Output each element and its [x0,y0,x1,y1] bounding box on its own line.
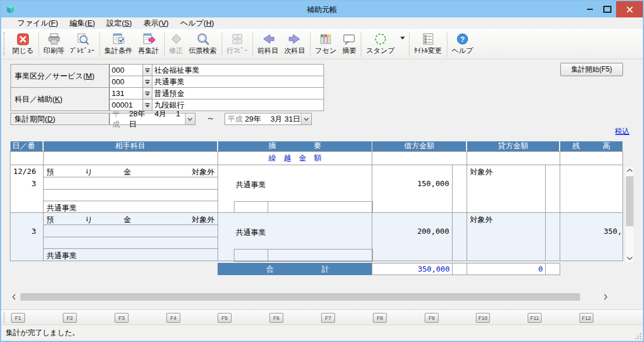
toolbar-print-button[interactable]: 印刷等 [41,31,67,56]
business-code-dropdown[interactable] [143,64,152,76]
code-dropdown-icon [145,103,150,108]
counterpart-business-cell: 共通事業 [43,201,218,213]
toolbar-separator [409,33,410,57]
business-name-field[interactable] [152,64,324,76]
fkey-f3[interactable]: F3 [115,313,129,323]
toolbar-help-button[interactable]: ? ヘルプ [449,31,476,56]
fkey-f7[interactable]: F7 [321,313,335,323]
toolbar-aggregate-conditions-button[interactable]: 集計条件 [102,31,136,56]
status-message: 集計が完了しました。 [6,328,79,338]
fkey-f10[interactable]: F10 [476,313,490,323]
toolbar-preview-button[interactable]: ﾌﾟﾚﾋﾞｭｰ [67,31,98,56]
recalculate-icon [142,31,156,47]
menu-view[interactable]: 表示(V) [138,17,175,29]
toolbar-summary-button[interactable]: 摘要 [339,31,359,56]
toolbar-label: 次科目 [284,47,305,55]
period-from-dropdown[interactable] [185,113,195,124]
toolbar-separator [164,33,165,57]
ledger-row-group[interactable]: 12/26 3 預り金 対象外 共通事業 共通事業 150,000 対 [10,165,623,213]
preview-icon [76,31,90,47]
ledger-row-group[interactable]: 3 預り金 対象外 共通事業 共通事業 200,000 対象外 [10,212,623,261]
resize-grip-icon[interactable] [640,338,641,339]
fkey-f4[interactable]: F4 [166,313,180,323]
carryover-counterpart-cell [43,151,218,165]
account-name-field[interactable] [152,87,324,99]
fkey-f6[interactable]: F6 [269,313,283,323]
toolbar-stamp-button[interactable]: スタンプ [363,31,397,56]
start-aggregation-button[interactable]: 集計開始(F5) [560,63,623,76]
close-button[interactable] [616,1,643,17]
toolbar-title-change-button[interactable]: ﾀｲﾄﾙ変更 [411,31,445,56]
period-separator: ～ [200,113,221,124]
fkey-f9[interactable]: F9 [425,313,439,323]
toolbar-label: 前科目 [258,47,279,55]
service-name-field[interactable] [152,76,324,88]
business-code-input[interactable] [109,64,143,76]
period-to-field[interactable]: 平成 29年 3月 31日 [225,113,312,125]
period-from-field[interactable]: 平成 28年 4月 1日 [109,113,195,125]
account-code-dropdown[interactable] [143,87,152,99]
app-window: 補助元帳 ファイル(F) 編集(E) 設定(S) 表示(V) ヘルプ(H) 閉じ… [0,0,644,342]
fkey-f1[interactable]: F1 [11,313,25,323]
horizontal-scrollbar[interactable] [9,292,610,302]
minimize-button[interactable] [581,1,599,17]
date-cell: 12/26 3 [10,165,44,213]
counterpart-subrow [43,237,218,249]
fkey-bar-grip[interactable] [3,312,6,323]
summary-cell: 共通事業 [218,212,372,261]
slip-search-icon [196,31,210,47]
fkey-f11[interactable]: F11 [528,313,542,323]
fkey-f12[interactable]: F12 [579,313,593,323]
toolbar-grip[interactable] [3,32,7,55]
fkey-f8[interactable]: F8 [373,313,387,323]
toolbar-label: フセン [315,47,337,55]
horizontal-scroll-thumb[interactable] [20,293,580,301]
toolbar-label: 行ｺﾋﾟｰ [227,47,248,55]
column-header-summary: 摘 要 [218,141,372,151]
toolbar-separator [447,33,447,57]
toolbar: 閉じる 印刷等 ﾌﾟﾚﾋﾞｭｰ 集計条件 再集計 修正 伝票検索 [1,29,643,59]
vertical-scroll-thumb[interactable] [626,176,634,226]
menu-settings[interactable]: 設定(S) [101,17,137,29]
fkey-f2[interactable]: F2 [63,313,77,323]
toolbar-slip-search-button[interactable]: 伝票検索 [186,31,220,56]
toolbar-recalculate-button[interactable]: 再集計 [136,31,162,56]
scroll-up-button[interactable] [625,166,634,174]
toolbar-close-button[interactable]: 閉じる [9,31,37,56]
toolbar-separator [38,33,39,57]
tax-included-link[interactable]: 税込 [595,127,629,137]
total-credit-cell: 0 [467,263,546,275]
vertical-scrollbar[interactable] [625,166,635,263]
business-division-label: 事業区分／サービス(M) [10,64,109,88]
menu-file[interactable]: ファイル(F) [12,17,64,29]
toolbar-sticky-note-button[interactable]: フセン [312,31,340,56]
status-bar: 集計が完了しました。 [1,325,643,341]
carryover-date-cell [10,151,44,165]
scroll-right-button[interactable] [601,292,610,302]
service-code-input[interactable] [109,76,143,88]
stamp-dropdown-button[interactable] [398,37,407,40]
maximize-button[interactable] [599,1,616,17]
carryover-debit-cell [372,151,467,165]
account-code-input[interactable] [109,87,143,99]
scroll-down-button[interactable] [625,254,634,262]
debit-cell: 200,000 [372,212,453,261]
period-to-value: 29年 3月 31日 [245,114,300,124]
title-bar: 補助元帳 [1,1,643,17]
menu-help[interactable]: ヘルプ(H) [175,17,220,29]
column-header-date: 日／番 [10,141,42,151]
credit-tax-cell [545,165,560,213]
toolbar-prev-account-button[interactable]: 前科目 [255,31,282,56]
toolbar-separator [99,33,100,57]
toolbar-next-account-button[interactable]: 次科目 [282,31,308,56]
sticky-note-icon [319,31,333,47]
service-code-dropdown[interactable] [143,76,152,88]
fkey-f5[interactable]: F5 [218,313,232,323]
period-to-dropdown[interactable] [301,113,311,124]
menu-edit[interactable]: 編集(E) [64,17,101,29]
toolbar-separator [222,33,222,57]
scroll-left-button[interactable] [9,292,18,302]
scroll-down-icon [627,256,633,260]
ledger-table: 日／番 相手科目 摘 要 借方金額 貸方金額 残 高 繰 越 金 額 12/26… [10,141,623,275]
window-title: 補助元帳 [1,5,643,15]
